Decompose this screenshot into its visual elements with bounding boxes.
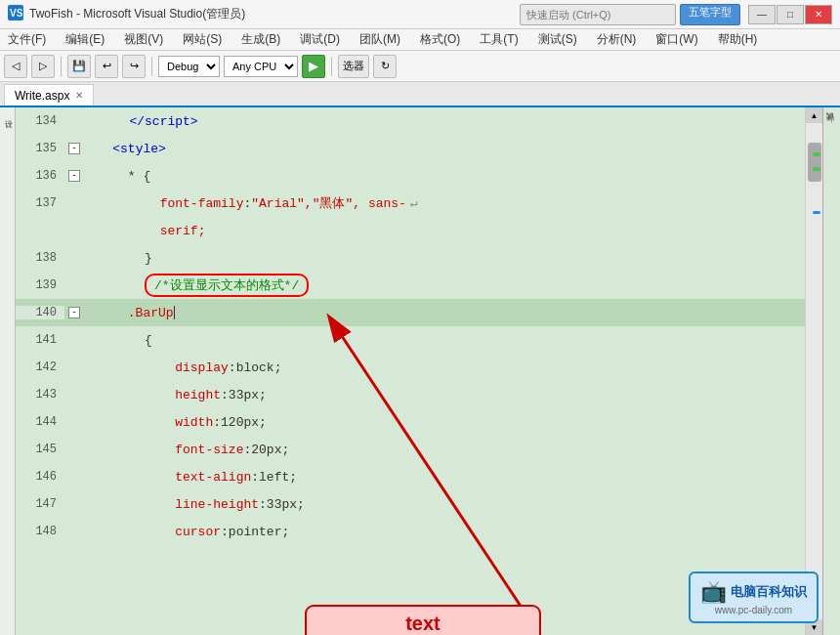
menu-website[interactable]: 网站(S) [179,29,226,50]
app-title: TwoFish - Microsoft Visual Studio(管理员) [29,6,520,22]
line-content: } [64,251,805,266]
watermark-icon: 📺 [700,579,727,605]
line-number: 143 [16,388,64,402]
line-number: 134 [16,114,64,128]
code-line-143: 143 height:33px; [16,381,805,408]
line-number: 146 [16,470,64,484]
line-content: font-family:"Arial","黑体", sans- ↵ [64,194,805,212]
scrollbar-up-button[interactable]: ▲ [806,107,822,123]
line-number: 139 [16,278,64,292]
menu-file[interactable]: 文件(F) [4,29,50,50]
svg-text:VS: VS [10,8,23,19]
collapse-icon[interactable]: - [68,307,80,318]
maximize-button[interactable]: □ [777,5,804,24]
editor-container: 设计 134 </script> 135 - <style> [0,107,840,635]
line-number: 140 [16,306,64,319]
collapse-icon[interactable]: - [68,143,80,154]
line-content: font-size:20px; [64,443,805,457]
forward-button[interactable]: ▷ [31,55,55,78]
line-number: 147 [16,497,64,511]
right-scrollbar: ▲ ▼ [805,107,822,635]
watermark-title: 电脑百科知识 [731,583,807,601]
side-panel: 解决方案资源管理器 调试 [822,107,840,635]
code-line-134: 134 </script> [16,107,805,135]
tab-close-button[interactable]: ✕ [75,90,83,101]
code-area[interactable]: 134 </script> 135 - <style> 136 [16,107,805,635]
menu-debug[interactable]: 调试(D) [296,29,344,50]
menu-tools[interactable]: 工具(T) [476,29,522,50]
tabbar: Write.aspx ✕ [0,82,840,107]
code-line-140: 140 - .BarUp [16,299,805,326]
minimize-button[interactable]: — [748,5,776,24]
line-content: /*设置显示文本的格式*/ [64,274,805,297]
tab-write-aspx[interactable]: Write.aspx ✕ [4,84,94,106]
quick-launch-input[interactable] [520,4,676,25]
line-content: - <style> [64,142,805,156]
line-number: 141 [16,333,64,347]
close-button[interactable]: ✕ [805,5,832,24]
code-line-146: 146 text-align:left; [16,463,805,490]
menu-build[interactable]: 生成(B) [237,29,284,50]
line-content: height:33px; [64,388,805,402]
line-number: 137 [16,196,64,210]
refresh-button[interactable]: ↻ [373,55,397,78]
menu-edit[interactable]: 编辑(E) [62,29,108,50]
toolbar: ◁ ▷ 💾 ↩ ↪ Debug Any CPU ▶ 选器 ↻ [0,51,840,82]
left-margin: 设计 [0,107,16,635]
window-controls: — □ ✕ [748,5,832,24]
back-button[interactable]: ◁ [4,55,27,78]
code-lines: 134 </script> 135 - <style> 136 [16,107,805,545]
line-content: cursor:pointer; [64,525,805,539]
line-content: width:120px; [64,415,805,430]
code-line-139: 139 /*设置显示文本的格式*/ [16,272,805,299]
scrollbar-thumb[interactable] [808,143,821,182]
cpu-select[interactable]: Any CPU [224,56,298,77]
code-line-142: 142 display:block; [16,354,805,381]
code-line-147: 147 line-height:33px; [16,490,805,518]
line-content: </script> [64,114,805,129]
toolbar-sep-3 [331,57,332,76]
wubi-button[interactable]: 五笔字型 [680,4,740,25]
code-line-145: 145 font-size:20px; [16,436,805,463]
line-content: - .BarUp [64,306,805,320]
code-line-144: 144 width:120px; [16,408,805,436]
code-line-137b: serif; [16,217,805,244]
selector-button[interactable]: 选器 [338,55,369,78]
run-button[interactable]: ▶ [302,55,325,78]
code-line-148: 148 cursor:pointer; [16,518,805,545]
app-logo: VS [8,5,23,23]
line-number: 136 [16,169,64,183]
toolbar-sep-1 [61,57,62,76]
line-content: - * { [64,169,805,184]
code-marker-2 [813,167,820,171]
collapse-icon[interactable]: - [68,170,80,182]
watermark-url: www.pc-daily.com [715,605,792,615]
undo-button[interactable]: ↩ [95,55,118,78]
svg-text:text: text [405,613,441,634]
menu-help[interactable]: 帮助(H) [714,29,762,50]
menu-test[interactable]: 测试(S) [534,29,581,50]
debug-config-select[interactable]: Debug [158,56,220,77]
menu-view[interactable]: 视图(V) [120,29,167,50]
line-content: display:block; [64,360,805,375]
line-content: text-align:left; [64,470,805,485]
line-number: 138 [16,251,64,265]
code-marker-1 [813,152,820,156]
code-line-141: 141 { [16,326,805,354]
line-number: 148 [16,525,64,538]
redo-button[interactable]: ↪ [122,55,146,78]
save-button[interactable]: 💾 [67,55,91,78]
line-number: 142 [16,360,64,374]
line-content: { [64,333,805,348]
code-marker-3 [813,211,820,214]
menu-window[interactable]: 窗口(W) [651,29,701,50]
scrollbar-track[interactable] [806,123,822,619]
tab-label: Write.aspx [15,89,69,103]
menu-analyze[interactable]: 分析(N) [593,29,641,50]
menu-format[interactable]: 格式(O) [416,29,464,50]
line-number: 145 [16,443,64,456]
code-line-137: 137 font-family:"Arial","黑体", sans- ↵ [16,190,805,217]
line-content: line-height:33px; [64,497,805,512]
menu-team[interactable]: 团队(M) [356,29,404,50]
code-line-135: 135 - <style> [16,135,805,162]
